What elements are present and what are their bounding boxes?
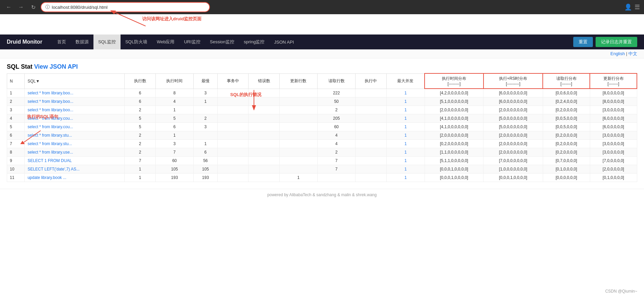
table-cell[interactable]: select * from library.stu...	[25, 131, 125, 140]
table-cell[interactable]: 1	[386, 89, 425, 97]
table-cell[interactable]: 1	[386, 140, 425, 148]
nav-web-app[interactable]: Web应用	[152, 35, 179, 49]
lang-chinese[interactable]: 中文	[628, 51, 637, 56]
table-cell: [3,0,0,0,0,0]	[590, 148, 637, 157]
reset-button[interactable]: 重置	[573, 37, 593, 47]
table-cell	[249, 89, 280, 97]
table-cell: [3,0,0,0,0,0]	[590, 106, 637, 114]
nav-datasource[interactable]: 数据源	[71, 35, 93, 49]
nav-session[interactable]: Session监控	[205, 35, 239, 49]
table-cell[interactable]: 1	[386, 106, 425, 114]
table-cell	[249, 131, 280, 140]
table-cell: [3,0,0,0,0,0]	[590, 131, 637, 140]
table-cell	[279, 123, 317, 131]
table-cell: [1,1,0,0,0,0,0,0]	[425, 148, 483, 157]
table-cell[interactable]: select * from library.boo...	[25, 89, 125, 97]
nav-sql-firewall[interactable]: SQL防火墙	[121, 35, 152, 49]
nav-home[interactable]: 首页	[52, 35, 71, 49]
col-update-count: 更新行数	[279, 73, 317, 89]
table-cell	[217, 89, 249, 97]
nav-sql-monitor[interactable]: SQL监控	[93, 35, 121, 49]
table-cell: 1	[193, 140, 217, 148]
table-cell[interactable]: SELECT LEFT('date',7) AS...	[25, 165, 125, 174]
col-sql[interactable]: SQL▼	[25, 73, 125, 89]
table-cell[interactable]: update library.book ...	[25, 174, 125, 182]
table-cell: 2	[193, 114, 217, 123]
url-annotation: 访问该网址进入druid监控页面	[142, 16, 202, 22]
table-cell: 60	[317, 123, 355, 131]
table-cell	[217, 140, 249, 148]
table-cell[interactable]: 1	[386, 131, 425, 140]
table-row: 10SELECT LEFT('date',7) AS...110510571[0…	[7, 165, 637, 174]
table-cell[interactable]: select * from library.cou...	[25, 123, 125, 131]
table-cell: [0,7,0,0,0,0]	[543, 157, 590, 165]
page-title-black: SQL Stat	[7, 63, 34, 70]
table-cell[interactable]: 1	[386, 114, 425, 123]
table-cell[interactable]: 1	[386, 157, 425, 165]
table-cell: [0,2,4,0,0,0]	[543, 97, 590, 106]
table-cell: [2,0,0,0,0,0]	[590, 165, 637, 174]
table-cell[interactable]: 1	[386, 174, 425, 182]
table-cell	[279, 131, 317, 140]
table-cell[interactable]: select * from library.stu...	[25, 140, 125, 148]
table-cell[interactable]: select * from library.cou...	[25, 114, 125, 123]
refresh-button[interactable]: ↻	[28, 2, 38, 12]
table-cell: [0,0,0,0,0,0]	[543, 174, 590, 182]
table-cell	[356, 174, 387, 182]
col-exec-time: 执行时间	[155, 73, 193, 89]
table-cell	[249, 174, 280, 182]
table-cell: 2	[125, 131, 156, 140]
col-read-dist: 读取行分布[-------]	[543, 73, 590, 89]
forward-button[interactable]: →	[16, 2, 26, 12]
brand-label: Druid Monitor	[7, 39, 42, 45]
log-reset-button[interactable]: 记录日志并重置	[596, 37, 637, 47]
lang-separator: |	[626, 51, 628, 56]
svg-line-1	[115, 13, 146, 26]
table-row: 4select * from library.cou...5522051[4,1…	[7, 114, 637, 123]
table-cell[interactable]: select * from library.boo...	[25, 97, 125, 106]
table-section: 执行的SQL语句 SQL的执行情况 N SQL▼ 执行数 执行时间	[0, 73, 644, 189]
table-cell: [0,2,0,0,0,0,0,0]	[425, 140, 483, 148]
table-cell	[249, 114, 280, 123]
table-cell[interactable]: 1	[386, 165, 425, 174]
table-cell: [0,2,0,0,0,0]	[543, 140, 590, 148]
table-cell: 1	[125, 174, 156, 182]
table-cell: [5,0,0,0,0,0,0,0]	[484, 123, 543, 131]
top-nav: Druid Monitor 首页 数据源 SQL监控 SQL防火墙 Web应用 …	[0, 35, 644, 49]
table-cell: [0,2,0,0,0,0]	[543, 131, 590, 140]
nav-uri[interactable]: URI监控	[179, 35, 205, 49]
table-header-row: N SQL▼ 执行数 执行时间 最慢 事务中 错误数 更新行数 读取行数 执行中…	[7, 73, 637, 89]
table-cell[interactable]: select * from library.boo...	[25, 106, 125, 114]
nav-json-api[interactable]: JSON API	[269, 35, 299, 49]
table-cell: 193	[193, 174, 217, 182]
table-cell: 193	[155, 174, 193, 182]
table-cell[interactable]: 1	[386, 97, 425, 106]
lang-english[interactable]: English	[610, 51, 625, 56]
table-cell	[217, 114, 249, 123]
back-button[interactable]: ←	[4, 2, 14, 12]
col-transaction: 事务中	[217, 73, 249, 89]
col-max-concurrent: 最大并发	[386, 73, 425, 89]
table-cell	[217, 97, 249, 106]
col-executing: 执行中	[356, 73, 387, 89]
table-cell[interactable]: select * from library.use...	[25, 148, 125, 157]
col-exec-rs-dist: 执行+RS时分布[---------]	[484, 73, 543, 89]
table-cell: [2,0,0,0,0,0,0,0]	[484, 140, 543, 148]
table-cell	[249, 140, 280, 148]
table-row: 1select * from library.boo...6832221[4,2…	[7, 89, 637, 97]
nav-spring[interactable]: spring监控	[239, 35, 269, 49]
table-cell[interactable]: 1	[386, 148, 425, 157]
page-title-blue[interactable]: View JSON API	[34, 63, 78, 70]
table-cell: 2	[317, 106, 355, 114]
table-row: 3select * from library.boo...2121[2,0,0,…	[7, 106, 637, 114]
table-cell: [7,0,0,0,0,0]	[590, 157, 637, 165]
table-cell: [6,0,0,0,0,0]	[590, 114, 637, 123]
table-cell[interactable]: SELECT 1 FROM DUAL	[25, 157, 125, 165]
table-cell: [4,1,0,0,0,0,0,0]	[425, 114, 483, 123]
col-slowest: 最慢	[193, 73, 217, 89]
table-cell	[217, 157, 249, 165]
table-cell: 8	[155, 89, 193, 97]
table-cell[interactable]: 1	[386, 123, 425, 131]
table-cell	[279, 97, 317, 106]
table-cell	[193, 106, 217, 114]
